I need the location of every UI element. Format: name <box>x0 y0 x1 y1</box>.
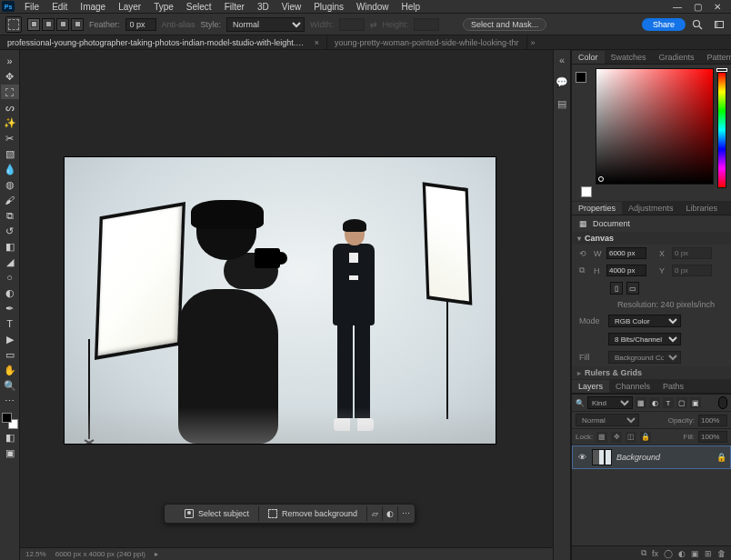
workspaces-icon[interactable] <box>713 18 726 31</box>
lock-pixels-icon[interactable]: ▩ <box>596 432 607 443</box>
chevron-right-icon[interactable]: ▸ <box>155 550 158 558</box>
quick-mask-icon[interactable]: ◧ <box>1 430 19 445</box>
lock-artboard-icon[interactable]: ◫ <box>626 432 636 443</box>
portrait-icon[interactable]: ▯ <box>610 282 623 295</box>
marquee-tool[interactable] <box>1 85 19 99</box>
filter-kind-select[interactable]: Kind <box>587 396 633 409</box>
layer-background[interactable]: 👁 Background 🔒 <box>572 445 731 469</box>
style-select[interactable]: Normal <box>226 17 305 32</box>
feather-input[interactable] <box>125 18 156 31</box>
canvas-section-header[interactable]: ▾ Canvas <box>572 232 731 245</box>
bg-fill-select[interactable]: Background Color <box>608 351 681 364</box>
tab-libraries[interactable]: Libraries <box>680 202 725 215</box>
filter-shape-icon[interactable]: ▢ <box>676 397 687 408</box>
move-tool[interactable]: ✥ <box>1 69 19 84</box>
layer-mask-icon[interactable]: ◯ <box>664 549 673 558</box>
blend-mode-select[interactable]: Normal <box>576 414 639 426</box>
menu-layer[interactable]: Layer <box>112 0 147 14</box>
menu-plugins[interactable]: Plugins <box>307 0 350 14</box>
menu-3d[interactable]: 3D <box>251 0 275 14</box>
gradient-tool[interactable]: ◢ <box>1 255 19 269</box>
color-mode-select[interactable]: RGB Color <box>608 315 681 327</box>
canvas-height-input[interactable] <box>606 265 646 276</box>
tab-paths[interactable]: Paths <box>656 380 690 393</box>
tab-color[interactable]: Color <box>572 51 605 64</box>
dodge-tool[interactable]: ◐ <box>1 285 19 300</box>
menu-filter[interactable]: Filter <box>218 0 251 14</box>
canvas-area[interactable]: Select subject Remove background ▱ ◐ ⋯ <box>20 50 553 560</box>
bg-mini-swatch[interactable] <box>581 186 592 197</box>
tab-swatches[interactable]: Swatches <box>605 51 653 64</box>
tabs-more-icon[interactable]: » <box>527 38 539 47</box>
screen-mode-icon[interactable]: ▣ <box>1 445 19 460</box>
clone-stamp-tool[interactable]: ⧉ <box>1 208 19 223</box>
menu-select[interactable]: Select <box>180 0 218 14</box>
orientation-icon[interactable]: ⟲ <box>579 249 586 258</box>
comments-icon[interactable]: 💬 <box>556 75 568 88</box>
new-layer-icon[interactable]: ⊞ <box>705 549 712 558</box>
tab-properties[interactable]: Properties <box>572 202 622 215</box>
pen-tool[interactable]: ✒ <box>1 301 19 315</box>
menu-view[interactable]: View <box>275 0 308 14</box>
maximize-button[interactable]: ▢ <box>693 2 702 11</box>
drag-handle-icon[interactable] <box>168 507 174 520</box>
close-tab-icon[interactable]: × <box>315 38 319 47</box>
eyedropper-tool[interactable]: 💧 <box>1 162 19 176</box>
menu-type[interactable]: Type <box>147 0 180 14</box>
menu-file[interactable]: File <box>18 0 45 14</box>
zoom-tool[interactable]: 🔍 <box>1 378 19 393</box>
link-layers-icon[interactable]: ⧉ <box>641 548 646 558</box>
eraser-tool[interactable]: ◧ <box>1 239 19 254</box>
crop-tool[interactable]: ✂ <box>1 131 19 145</box>
visibility-icon[interactable]: 👁 <box>576 452 587 463</box>
landscape-icon[interactable]: ▭ <box>626 282 639 295</box>
hand-tool[interactable]: ✋ <box>1 363 19 377</box>
doc-dimensions[interactable]: 6000 px x 4000 px (240 ppi) <box>55 550 145 558</box>
select-and-mask-button[interactable]: Select and Mask... <box>463 18 546 31</box>
selection-intersect-icon[interactable] <box>71 18 84 31</box>
filter-adjust-icon[interactable]: ◐ <box>649 397 660 408</box>
blur-tool[interactable]: ○ <box>1 270 19 285</box>
lock-position-icon[interactable]: ✥ <box>611 432 622 443</box>
delete-layer-icon[interactable]: 🗑 <box>717 549 726 558</box>
zoom-level[interactable]: 12.5% <box>25 550 46 558</box>
bit-depth-select[interactable]: 8 Bits/Channel <box>608 333 681 345</box>
path-select-tool[interactable]: ▶ <box>1 332 19 346</box>
close-button[interactable]: ✕ <box>713 2 722 11</box>
layer-thumbnail[interactable] <box>592 449 612 465</box>
spot-heal-tool[interactable]: ◍ <box>1 177 19 192</box>
lasso-tool[interactable]: ᔕ <box>1 100 19 115</box>
document-canvas[interactable] <box>65 157 496 444</box>
color-field[interactable] <box>596 68 714 185</box>
shape-tool[interactable]: ▭ <box>1 347 19 362</box>
more-icon[interactable]: ⋯ <box>398 506 413 521</box>
menu-edit[interactable]: Edit <box>45 0 74 14</box>
lock-icon[interactable]: 🔒 <box>716 453 726 462</box>
new-group-icon[interactable]: ▣ <box>691 549 699 558</box>
selection-subtract-icon[interactable] <box>56 18 69 31</box>
lock-all-icon[interactable]: 🔒 <box>640 432 651 443</box>
tab-patterns[interactable]: Patterns <box>701 51 731 64</box>
chevron-double-icon[interactable]: » <box>1 54 19 68</box>
type-tool[interactable]: T <box>1 316 19 331</box>
search-icon[interactable] <box>691 18 704 31</box>
filter-pixel-icon[interactable]: ▦ <box>636 397 646 408</box>
link-icon[interactable]: ⧉ <box>579 265 590 275</box>
document-tab-active[interactable]: professional-young-photographer-taking-p… <box>0 35 327 49</box>
layer-name[interactable]: Background <box>616 453 660 462</box>
fg-swatch[interactable] <box>2 413 12 423</box>
menu-window[interactable]: Window <box>350 0 396 14</box>
new-fill-icon[interactable]: ◐ <box>678 549 686 558</box>
menu-help[interactable]: Help <box>396 0 427 14</box>
fg-bg-mini-swatches[interactable] <box>576 72 592 197</box>
tab-channels[interactable]: Channels <box>609 380 656 393</box>
fg-mini-swatch[interactable] <box>576 72 586 83</box>
color-cursor[interactable] <box>598 176 604 182</box>
filter-toggle[interactable] <box>718 396 727 409</box>
select-subject-button[interactable]: Select subject <box>175 506 259 521</box>
document-tab-inactive[interactable]: young-pretty-woman-pointed-side-while-lo… <box>327 35 527 49</box>
current-tool-icon[interactable] <box>5 16 22 33</box>
history-panel-icon[interactable]: ▤ <box>556 97 568 110</box>
menu-image[interactable]: Image <box>74 0 112 14</box>
filter-smart-icon[interactable]: ▣ <box>690 397 701 408</box>
